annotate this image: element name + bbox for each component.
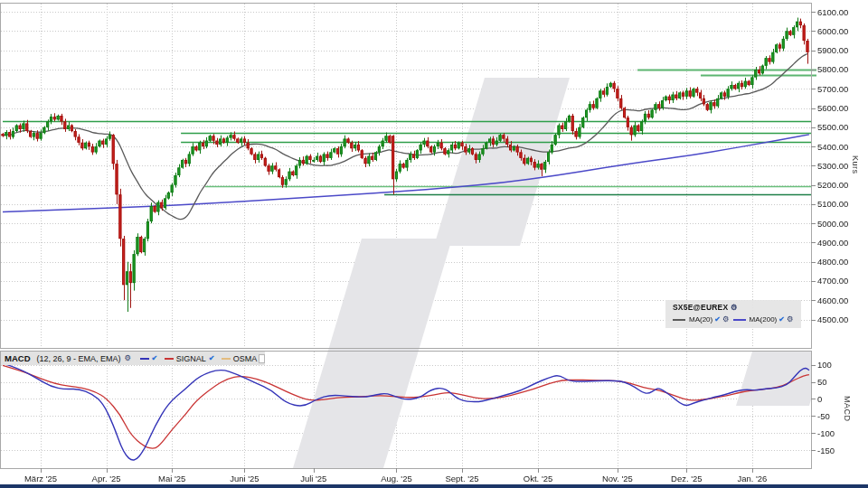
price-tick-label: 4700.00 <box>817 276 848 286</box>
ma200-swatch <box>733 319 746 321</box>
macd-tick-label: -100 <box>817 428 835 438</box>
macd-params: (12, 26, 9 - EMA, EMA) <box>37 354 121 363</box>
macd-tick-label: 100 <box>817 360 832 370</box>
price-tick-label: 5700.00 <box>817 84 848 94</box>
date-tick-label: Juli '25 <box>300 474 326 483</box>
price-tick-label: 6000.00 <box>817 26 848 36</box>
macd-line-swatch <box>140 358 148 360</box>
kurs-axis-title: Kurs <box>851 155 860 174</box>
ma20-label: MA(20) <box>689 315 712 324</box>
date-tick-label: Juni '25 <box>230 474 259 483</box>
ma20-checkbox[interactable]: ✔ <box>714 316 721 324</box>
signal-checkbox[interactable]: ✔ <box>209 355 215 362</box>
date-tick-label: Okt. '25 <box>524 474 552 483</box>
date-tick-label: Nov. '25 <box>602 474 633 483</box>
price-tick-label: 5100.00 <box>817 199 848 209</box>
macd-title: MACD <box>5 353 31 363</box>
macd-axis-title: MACD <box>843 396 852 422</box>
bottom-bar <box>0 484 868 488</box>
ma200-settings-icon[interactable]: ⚙ <box>787 315 794 324</box>
date-tick-label: Jan. '26 <box>737 474 767 483</box>
date-tick-label: Dez. '25 <box>671 474 703 483</box>
price-tick-label: 5200.00 <box>817 180 848 190</box>
signal-swatch <box>165 358 173 360</box>
price-tick-label: 4600.00 <box>817 296 848 305</box>
price-tick-label: 5400.00 <box>817 142 848 152</box>
ma200-checkbox[interactable]: ✔ <box>778 316 785 324</box>
macd-settings-icon[interactable]: ⚙ <box>125 354 132 362</box>
macd-checkbox[interactable]: ✔ <box>152 355 158 362</box>
date-tick-label: März '25 <box>24 474 57 483</box>
osma-checkbox[interactable] <box>259 354 265 363</box>
macd-tick-label: 0 <box>817 394 822 404</box>
macd-tick-label: 50 <box>817 377 827 387</box>
date-tick-label: Sept. '25 <box>445 474 478 483</box>
date-tick-label: Aug. '25 <box>381 474 412 483</box>
ma200-label: MA(200) <box>750 315 778 324</box>
osma-label: OSMA <box>233 354 258 363</box>
osma-swatch <box>222 358 230 360</box>
instrument-name: SX5E@EUREX <box>673 303 728 312</box>
macd-tick-label: -50 <box>817 411 830 421</box>
price-tick-label: 5900.00 <box>817 45 848 55</box>
price-tick-label: 5000.00 <box>817 219 848 229</box>
ma20-settings-icon[interactable]: ⚙ <box>722 315 730 324</box>
price-tick-label: 4800.00 <box>817 257 848 267</box>
price-tick-label: 5500.00 <box>817 122 848 132</box>
instrument-legend: SX5E@EUREX ⚙ MA(20)✔⚙MA(200)✔⚙ <box>665 300 801 328</box>
price-chart-canvas[interactable] <box>0 0 868 488</box>
date-tick-label: Mai '25 <box>158 474 185 483</box>
chart-root: 6100.006000.005900.005800.005700.005600.… <box>0 0 868 488</box>
price-tick-label: 5800.00 <box>817 64 848 74</box>
price-tick-label: 4900.00 <box>817 238 848 248</box>
macd-legend: MACD (12, 26, 9 - EMA, EMA) ⚙ ✔ SIGNAL ✔… <box>1 352 265 365</box>
macd-tick-label: -150 <box>817 446 835 455</box>
price-tick-label: 5600.00 <box>817 103 848 113</box>
price-tick-label: 6100.00 <box>817 7 848 17</box>
price-tick-label: 5300.00 <box>817 161 848 171</box>
ma20-swatch <box>673 319 685 321</box>
instrument-settings-icon[interactable]: ⚙ <box>731 303 738 312</box>
date-tick-label: Apr. '25 <box>92 474 121 483</box>
signal-label: SIGNAL <box>176 354 206 363</box>
price-tick-label: 4500.00 <box>817 314 848 324</box>
